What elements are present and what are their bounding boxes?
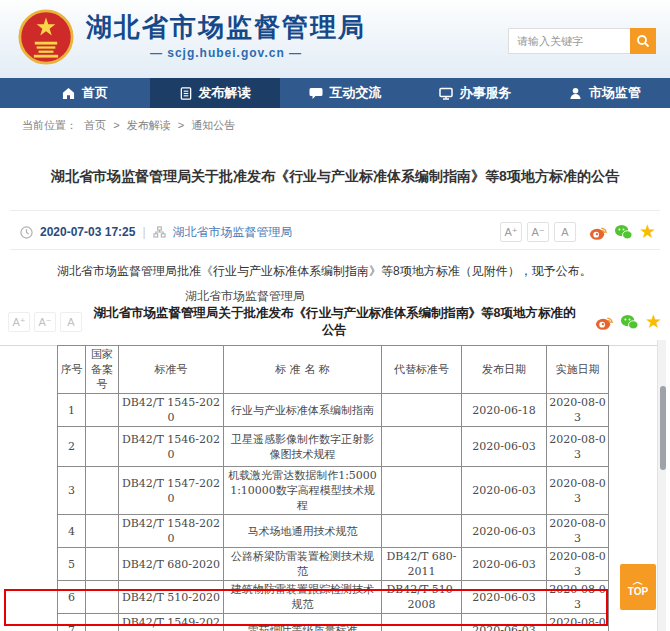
site-header: 湖北省市场监督管理局 — scjg.hubei.gov.cn —: [0, 0, 670, 78]
table-cell: [382, 467, 462, 515]
table-head: 序号国家备案号标准号标 准 名 称代替标准号发布日期实施日期: [58, 346, 609, 394]
font-reset-button[interactable]: A: [554, 222, 576, 242]
table-header-cell: 实施日期: [547, 346, 609, 394]
scrollbar-track[interactable]: [657, 340, 666, 631]
brand: 湖北省市场监督管理局 — scjg.hubei.gov.cn —: [86, 13, 366, 60]
meta-left: 2020-07-03 17:25 | 湖北省市场监督管理局: [20, 224, 293, 241]
scrollbar-thumb[interactable]: [660, 386, 666, 470]
table-cell: 2020-06-03: [462, 467, 547, 515]
table-cell: 2020-08-03: [547, 394, 609, 427]
table-cell: 1: [58, 394, 86, 427]
table-cell: 2: [58, 427, 86, 467]
clock-icon: [20, 226, 33, 239]
attachment-toolbar: A⁺ A⁻ A 湖北省市场监督管理局关于批准发布《行业与产业标准体系编制指南》等…: [8, 308, 662, 336]
table-cell: 2020-06-03: [462, 548, 547, 581]
chevron-up-icon: ︿: [633, 577, 644, 585]
search-box: [508, 28, 656, 54]
table-cell: DB42/T 680-2020: [119, 548, 224, 581]
nav-item-publications[interactable]: 发布解读: [150, 78, 280, 108]
qzone-share-icon[interactable]: ★: [645, 313, 662, 331]
table-cell: 公路桥梁防雷装置检测技术规范: [224, 548, 382, 581]
table-header-row: 序号国家备案号标准号标 准 名 称代替标准号发布日期实施日期: [58, 346, 609, 394]
nav-label: 办事服务: [460, 84, 512, 102]
home-icon: [62, 87, 75, 100]
table-cell: [86, 394, 119, 427]
wechat-share-icon[interactable]: [620, 313, 639, 331]
weibo-share-icon[interactable]: [595, 313, 614, 331]
table-cell: 2020-06-18: [462, 394, 547, 427]
attachment-title: 湖北省市场监督管理局关于批准发布《行业与产业标准体系编制指南》等8项地方标准的公…: [82, 305, 587, 339]
table-row: 5DB42/T 680-2020公路桥梁防雷装置检测技术规范DB42/T 680…: [58, 548, 609, 581]
table-header-cell: 序号: [58, 346, 86, 394]
source-link[interactable]: 湖北省市场监督管理局: [173, 224, 293, 241]
table-cell: 行业与产业标准体系编制指南: [224, 394, 382, 427]
table-cell: DB42/T 1548-2020: [119, 515, 224, 548]
table-cell: 3: [58, 467, 86, 515]
table-cell: DB42/T 680-2011: [382, 548, 462, 581]
divider: [10, 210, 660, 211]
meta-separator: |: [142, 225, 145, 239]
table-row: 2DB42/T 1546-2020卫星遥感影像制作数字正射影像图技术规程2020…: [58, 427, 609, 467]
article-body: 湖北省市场监督管理局批准《行业与产业标准体系编制指南》等8项地方标准（见附件），…: [57, 262, 617, 280]
nav-item-home[interactable]: 首页: [20, 78, 150, 108]
table-row: 1DB42/T 1545-2020行业与产业标准体系编制指南2020-06-18…: [58, 394, 609, 427]
monitor-icon: [439, 87, 453, 100]
table-cell: [382, 515, 462, 548]
site-url: — scjg.hubei.gov.cn —: [86, 46, 366, 60]
article-meta: 2020-07-03 17:25 | 湖北省市场监督管理局 A⁺ A⁻ A: [20, 219, 656, 245]
nav-item-supervision[interactable]: 市场监管: [540, 78, 670, 108]
table-header-cell: 标准号: [119, 346, 224, 394]
source-org-icon: [153, 226, 166, 238]
qzone-share-icon[interactable]: ★: [639, 223, 656, 241]
highlight-annotation: [4, 589, 608, 626]
meta-right: A⁺ A⁻ A: [500, 222, 656, 242]
weibo-share-icon[interactable]: [589, 223, 608, 241]
divider: [10, 249, 660, 250]
breadcrumb-prefix: 当前位置：: [22, 119, 77, 131]
nav-item-services[interactable]: 办事服务: [410, 78, 540, 108]
article-title: 湖北省市场监督管理局关于批准发布《行业与产业标准体系编制指南》等8项地方标准的公…: [30, 168, 640, 186]
article-signature: 湖北省市场监督管理局: [185, 288, 305, 305]
table-cell: 5: [58, 548, 86, 581]
table-cell: [86, 427, 119, 467]
back-to-top-button[interactable]: ︿ TOP: [620, 564, 656, 610]
national-emblem-logo: [18, 8, 74, 68]
search-icon: [636, 34, 650, 48]
nav-label: 互动交流: [330, 84, 382, 102]
nav-item-interaction[interactable]: 互动交流: [280, 78, 410, 108]
breadcrumb-notices[interactable]: 通知公告: [191, 119, 235, 131]
share-icons: ★: [595, 313, 662, 331]
attachment-font-controls: A⁺ A⁻ A: [8, 312, 82, 332]
person-icon: [569, 87, 582, 100]
search-input[interactable]: [508, 28, 630, 54]
font-reset-button[interactable]: A: [60, 312, 82, 332]
breadcrumb-home[interactable]: 首页: [84, 119, 106, 131]
table-cell: DB42/T 1545-2020: [119, 394, 224, 427]
font-increase-button[interactable]: A⁺: [8, 312, 30, 332]
table-cell: 卫星遥感影像制作数字正射影像图技术规程: [224, 427, 382, 467]
wechat-share-icon[interactable]: [614, 223, 633, 241]
table-cell: [86, 548, 119, 581]
document-icon: [180, 87, 192, 100]
table-cell: 2020-08-03: [547, 515, 609, 548]
table-cell: 2020-06-03: [462, 515, 547, 548]
table-cell: 4: [58, 515, 86, 548]
nav-label: 发布解读: [199, 84, 251, 102]
search-button[interactable]: [630, 28, 656, 54]
table-cell: 2020-06-03: [462, 427, 547, 467]
table-cell: 2020-08-03: [547, 548, 609, 581]
breadcrumb-separator: >: [178, 119, 184, 131]
nav-label: 首页: [82, 84, 108, 102]
nav-label: 市场监管: [589, 84, 641, 102]
table-header-cell: 代替标准号: [382, 346, 462, 394]
table-cell: 机载激光雷达数据制作1:5000 1:10000数字高程模型技术规程: [224, 467, 382, 515]
table-cell: [86, 515, 119, 548]
table-cell: 2020-08-03: [547, 427, 609, 467]
breadcrumb-publications[interactable]: 发布解读: [127, 119, 171, 131]
breadcrumb-separator: >: [113, 119, 119, 131]
font-decrease-button[interactable]: A⁻: [527, 222, 549, 242]
main-nav: 首页 发布解读 互动交流 办事服务 市场监管: [0, 78, 670, 108]
table-cell: 2020-08-03: [547, 467, 609, 515]
font-increase-button[interactable]: A⁺: [500, 222, 522, 242]
font-decrease-button[interactable]: A⁻: [34, 312, 56, 332]
